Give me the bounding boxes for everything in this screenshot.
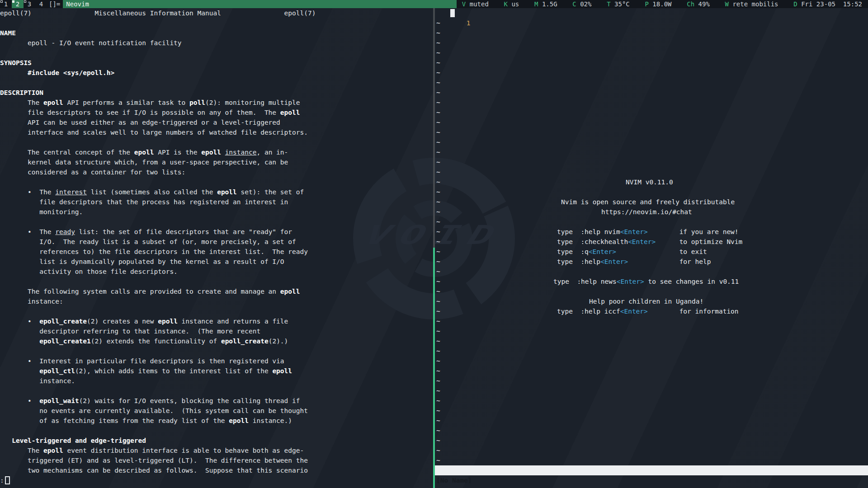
nvim-intro-line: type :checkhealth<Enter> to optimize Nvi…	[557, 237, 742, 247]
pager-prompt[interactable]: :	[0, 475, 10, 485]
tag-2[interactable]: 2	[12, 0, 24, 8]
nvim-intro-line: type :help<Enter> for help	[557, 257, 711, 267]
cursor-position: 0,0-1	[792, 485, 811, 488]
man-line: NAME	[0, 28, 433, 38]
man-line	[0, 48, 433, 58]
man-line: epoll_create1(2) extends the functionali…	[0, 336, 433, 346]
man-line: • The interest list (sometimes also call…	[0, 187, 433, 197]
man-line: The epoll event distribution interface i…	[0, 446, 433, 455]
man-line: #include <sys/epoll.h>	[0, 68, 433, 78]
man-line: kernel data structure which, from a user…	[0, 157, 433, 167]
man-line: Level-triggered and edge-triggered	[0, 436, 433, 446]
nvim-intro-line: type :help nvim<Enter> if you are new!	[557, 227, 739, 237]
top-bar: 1234 []= Neovim V muted K us M 1.5G C 02…	[0, 0, 868, 8]
man-line	[0, 177, 433, 187]
man-line: The central concept of the epoll API is …	[0, 147, 433, 157]
man-line: • Interest in particular file descriptor…	[0, 356, 433, 366]
nvim-intro-line: type :q<Enter> to exit	[557, 247, 707, 257]
man-line: two mechanisms can be described as follo…	[0, 465, 433, 475]
layout-symbol[interactable]: []=	[49, 0, 60, 8]
man-line: SYNOPSIS	[0, 58, 433, 68]
tag-4[interactable]: 4	[35, 0, 47, 8]
man-line: API can be used either as an edge-trigge…	[0, 117, 433, 127]
nvim-intro: NVIM v0.11.0Nvim is open source and free…	[435, 8, 868, 488]
tag-3[interactable]: 3	[24, 0, 35, 8]
man-line	[0, 277, 433, 286]
man-line	[0, 306, 433, 316]
pager-cursor	[5, 476, 10, 484]
pager-prompt-colon: :	[0, 475, 4, 485]
man-line: considered as a container for two lists:	[0, 167, 433, 177]
tag-indicator	[24, 0, 26, 3]
tag-indicator	[12, 0, 14, 3]
man-line: of as fetching items from the ready list…	[0, 416, 433, 426]
nvim-statusline: [No Name] 0,0-1 All	[435, 465, 868, 475]
nvim-intro-line: Nvim is open source and freely distribut…	[561, 197, 735, 207]
man-line: epoll(7) Miscellaneous Information Manua…	[0, 8, 433, 18]
man-line: no events are currently available. (This…	[0, 406, 433, 416]
man-line: epoll - I/O event notification facility	[0, 38, 433, 48]
man-line: file descriptors that the process has re…	[0, 197, 433, 207]
status-text: V muted K us M 1.5G C 02% T 35°C P 18.0W…	[457, 0, 868, 8]
man-line	[0, 386, 433, 396]
man-line	[0, 426, 433, 436]
man-line: references to) the file descriptors in t…	[0, 247, 433, 257]
nvim-intro-line: type :help iccf<Enter> for information	[557, 306, 739, 316]
tag-indicator	[0, 0, 3, 3]
man-line: interface and scales well to large numbe…	[0, 127, 433, 137]
man-line: activity on those file descriptors.	[0, 267, 433, 277]
man-page-text: epoll(7) Miscellaneous Information Manua…	[0, 8, 433, 475]
man-line: DESCRIPTION	[0, 88, 433, 98]
man-page-pane[interactable]: epoll(7) Miscellaneous Information Manua…	[0, 8, 433, 488]
man-line: I/O. The ready list is a subset of (or, …	[0, 237, 433, 247]
nvim-intro-line: NVIM v0.11.0	[626, 177, 673, 187]
desktop: VOID 1234 []= Neovim V muted K us M 1.5G…	[0, 0, 868, 488]
man-line: • epoll_create(2) creates a new epoll in…	[0, 316, 433, 326]
man-line: list is dynamically populated by the ker…	[0, 257, 433, 267]
nvim-intro-line: type :help news<Enter> to see changes in…	[553, 277, 739, 286]
nvim-intro-line: https://neovim.io/#chat	[601, 207, 692, 217]
man-line: • epoll_wait(2) waits for I/O events, bl…	[0, 396, 433, 406]
man-line	[0, 18, 433, 28]
man-line: instance.	[0, 376, 433, 386]
man-line: monitoring.	[0, 207, 433, 217]
nvim-intro-line: Help poor children in Uganda!	[589, 296, 703, 306]
man-line	[0, 217, 433, 227]
man-line: file descriptors to see if I/O is possib…	[0, 108, 433, 117]
tag-bar: 1234	[0, 0, 47, 8]
man-line: epoll_ctl(2), which adds items to the in…	[0, 366, 433, 376]
buffer-name: [No Name]	[436, 475, 472, 485]
man-line: descriptor referring to that instance. (…	[0, 326, 433, 336]
window-title: Neovim	[63, 0, 457, 8]
neovim-pane[interactable]: 1 ~~~~~~~~~~~~~~~~~~~~~~~~~~~~~~~~~~~~~~…	[435, 8, 868, 488]
man-line: triggered (ET) and as level-triggered (L…	[0, 455, 433, 465]
man-line: • The ready list: the set of file descri…	[0, 227, 433, 237]
man-line: The epoll API performs a similar task to…	[0, 98, 433, 108]
tag-1[interactable]: 1	[0, 0, 12, 8]
man-line	[0, 137, 433, 147]
man-line	[0, 346, 433, 356]
man-line: instance:	[0, 296, 433, 306]
man-line	[0, 78, 433, 88]
man-line: The following system calls are provided …	[0, 286, 433, 296]
